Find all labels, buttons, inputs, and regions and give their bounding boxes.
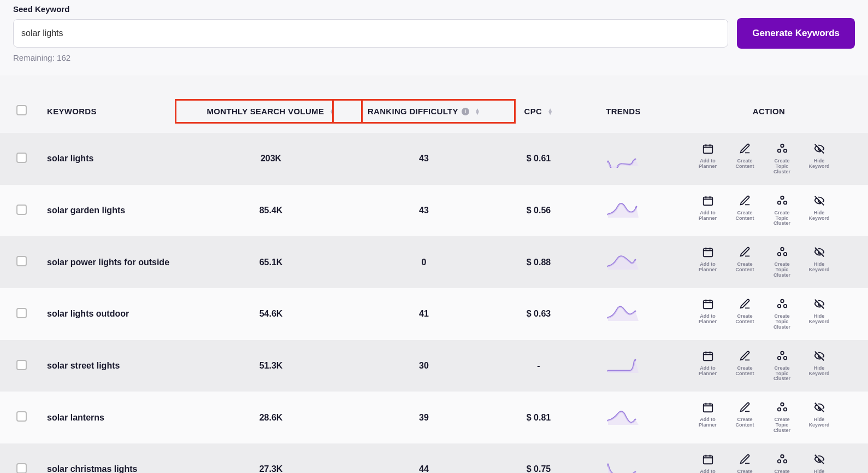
action-create_content[interactable]: Create Content (731, 246, 759, 278)
action-label: Add to Planner (694, 314, 722, 325)
cluster-icon (776, 401, 788, 416)
svg-point-11 (783, 253, 787, 256)
trend-cell (577, 408, 670, 427)
action-hide_keyword[interactable]: Hide Keyword (805, 350, 834, 382)
svg-rect-16 (703, 352, 712, 360)
action-hide_keyword[interactable]: Hide Keyword (805, 143, 834, 175)
action-hide_keyword[interactable]: Hide Keyword (805, 195, 834, 227)
edit-icon (739, 350, 751, 364)
row-checkbox[interactable] (16, 360, 47, 372)
action-add_to_planner[interactable]: Add to Planner (694, 401, 722, 434)
table-row: solar christmas lights 27.3K 44 $ 0.75 A… (0, 443, 868, 473)
calendar-icon (702, 401, 714, 416)
row-checkbox[interactable] (16, 411, 47, 424)
action-label: Create Topic Cluster (768, 159, 796, 175)
row-checkbox[interactable] (16, 463, 47, 473)
action-add_to_planner[interactable]: Add to Planner (694, 246, 722, 278)
trend-cell (577, 253, 670, 272)
action-label: Add to Planner (694, 469, 722, 473)
action-create_topic_cluster[interactable]: Create Topic Cluster (768, 195, 796, 227)
seed-input[interactable] (13, 19, 728, 48)
cpc-cell: $ 0.61 (500, 154, 577, 163)
edit-icon (739, 298, 751, 312)
action-hide_keyword[interactable]: Hide Keyword (805, 401, 834, 434)
action-create_topic_cluster[interactable]: Create Topic Cluster (768, 401, 796, 434)
action-add_to_planner[interactable]: Add to Planner (694, 298, 722, 330)
svg-point-10 (777, 253, 781, 256)
action-label: Create Content (731, 417, 759, 428)
action-create_content[interactable]: Create Content (731, 143, 759, 175)
action-label: Add to Planner (694, 159, 722, 170)
action-create_topic_cluster[interactable]: Create Topic Cluster (768, 350, 796, 382)
trend-cell (577, 460, 670, 473)
sort-icon: ▲▼ (547, 108, 553, 115)
edit-icon (739, 453, 751, 468)
header-cpc[interactable]: CPC ▲▼ (500, 107, 577, 116)
action-create_content[interactable]: Create Content (731, 350, 759, 382)
eyeoff-icon (813, 298, 825, 312)
trend-cell (577, 201, 670, 220)
keyword-cell: solar lights (47, 154, 194, 163)
action-label: Create Topic Cluster (768, 469, 796, 473)
action-label: Create Content (731, 262, 759, 273)
action-hide_keyword[interactable]: Hide Keyword (805, 246, 834, 278)
calendar-icon (702, 246, 714, 260)
svg-point-5 (781, 196, 784, 199)
highlight-difficulty (332, 99, 516, 124)
action-create_topic_cluster[interactable]: Create Topic Cluster (768, 143, 796, 175)
action-label: Create Topic Cluster (768, 417, 796, 434)
action-label: Add to Planner (694, 417, 722, 428)
header-volume[interactable]: MONTHLY SEARCH VOLUME ▲▼ (194, 107, 347, 116)
header-keywords[interactable]: KEYWORDS (47, 107, 194, 116)
action-create_topic_cluster[interactable]: Create Topic Cluster (768, 298, 796, 330)
cpc-cell: - (500, 361, 577, 371)
row-checkbox[interactable] (16, 256, 47, 268)
action-label: Hide Keyword (805, 314, 834, 325)
svg-rect-8 (703, 249, 712, 257)
svg-rect-4 (703, 197, 712, 205)
edit-icon (739, 246, 751, 260)
difficulty-cell: 41 (347, 309, 500, 319)
action-create_content[interactable]: Create Content (731, 401, 759, 434)
table-row: solar lights 203K 43 $ 0.61 Add to Plann… (0, 133, 868, 185)
generate-keywords-button[interactable]: Generate Keywords (737, 18, 855, 49)
row-checkbox[interactable] (16, 205, 47, 217)
select-all-checkbox[interactable] (16, 105, 47, 118)
keyword-cell: solar power lights for outside (47, 258, 194, 267)
row-checkbox[interactable] (16, 153, 47, 165)
action-label: Hide Keyword (805, 366, 834, 377)
action-add_to_planner[interactable]: Add to Planner (694, 143, 722, 175)
edit-icon (739, 143, 751, 157)
action-create_content[interactable]: Create Content (731, 298, 759, 330)
action-label: Add to Planner (694, 366, 722, 377)
actions-cell: Add to Planner Create Content Create Top… (670, 143, 868, 175)
row-checkbox[interactable] (16, 308, 47, 320)
action-create_content[interactable]: Create Content (731, 453, 759, 473)
action-label: Create Content (731, 159, 759, 170)
action-add_to_planner[interactable]: Add to Planner (694, 350, 722, 382)
action-label: Hide Keyword (805, 417, 834, 428)
svg-point-7 (783, 201, 787, 205)
header-difficulty[interactable]: RANKING DIFFICULTY i ▲▼ (347, 107, 500, 116)
action-label: Create Content (731, 366, 759, 377)
svg-point-23 (783, 408, 787, 411)
action-label: Create Topic Cluster (768, 262, 796, 278)
action-hide_keyword[interactable]: Hide Keyword (805, 298, 834, 330)
svg-rect-20 (703, 404, 712, 412)
svg-point-19 (783, 357, 787, 360)
action-create_topic_cluster[interactable]: Create Topic Cluster (768, 246, 796, 278)
actions-cell: Add to Planner Create Content Create Top… (670, 246, 868, 278)
seed-keyword-section: Seed Keyword Generate Keywords Remaining… (0, 0, 868, 75)
action-hide_keyword[interactable]: Hide Keyword (805, 453, 834, 473)
eyeoff-icon (813, 195, 825, 209)
svg-point-27 (783, 460, 787, 463)
table-row: solar lights outdoor 54.6K 41 $ 0.63 Add… (0, 288, 868, 340)
action-label: Add to Planner (694, 211, 722, 221)
action-add_to_planner[interactable]: Add to Planner (694, 195, 722, 227)
volume-cell: 85.4K (194, 206, 347, 215)
action-add_to_planner[interactable]: Add to Planner (694, 453, 722, 473)
volume-cell: 28.6K (194, 413, 347, 423)
action-create_topic_cluster[interactable]: Create Topic Cluster (768, 453, 796, 473)
calendar-icon (702, 350, 714, 364)
action-create_content[interactable]: Create Content (731, 195, 759, 227)
